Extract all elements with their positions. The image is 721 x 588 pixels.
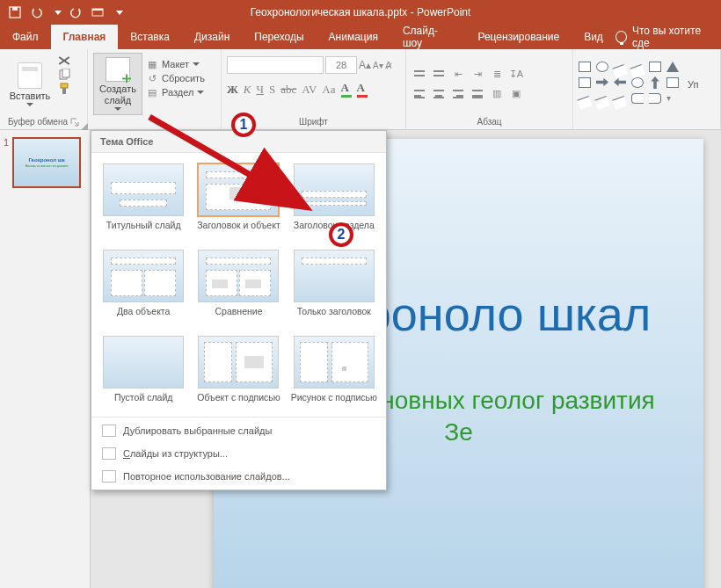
paste-dropdown-icon[interactable] (26, 103, 33, 106)
grow-font-icon[interactable]: A▴ (359, 59, 371, 71)
line-spacing-button[interactable]: ≣ (489, 67, 505, 83)
thumbnail-1[interactable]: 1 Геохронол шк Восемь основных гео разви… (4, 137, 86, 188)
layout-title-slide[interactable]: Титульный слайд (100, 163, 186, 241)
paste-label: Вставить (10, 91, 51, 101)
inc-indent-button[interactable]: ⇥ (470, 67, 485, 83)
undo-icon[interactable] (30, 6, 42, 18)
clipboard-dialog-launcher[interactable] (70, 118, 79, 127)
shape-curve[interactable] (577, 95, 592, 109)
section-icon: ▤ (146, 86, 158, 98)
shape-rect4[interactable] (666, 77, 679, 88)
font-group-label: Шрифт (299, 117, 328, 127)
layout-two-content[interactable]: Два объекта (100, 250, 186, 327)
reset-icon: ↺ (146, 72, 158, 84)
align-right-button[interactable] (450, 86, 466, 102)
copy-icon[interactable] (58, 69, 70, 81)
layout-content-caption[interactable]: Объект с подписью (195, 336, 281, 413)
shape-rectangle[interactable] (579, 62, 591, 72)
duplicate-icon (102, 425, 116, 437)
tell-me[interactable]: Что вы хотите сде (615, 25, 721, 49)
tab-file[interactable]: Файл (0, 25, 51, 49)
annotation-callout-2: 2 (329, 222, 353, 247)
slides-from-outline-item[interactable]: Слайды Слайды из структуры...из структур… (91, 442, 386, 465)
strike-button[interactable]: abc (280, 83, 296, 97)
highlight-button[interactable]: A (341, 81, 352, 98)
tab-review[interactable]: Рецензирование (465, 25, 572, 49)
layout-picture-caption[interactable]: Рисунок с подписью (291, 336, 377, 413)
shape-brace[interactable] (631, 93, 644, 104)
svg-rect-6 (61, 83, 68, 88)
tab-transitions[interactable]: Переходы (242, 25, 316, 49)
layout-icon: ▦ (146, 58, 158, 70)
section-button[interactable]: ▤Раздел (146, 86, 205, 98)
qat-customize-icon[interactable] (116, 11, 123, 15)
cut-icon[interactable] (58, 54, 70, 67)
tab-design[interactable]: Дизайн (182, 25, 242, 49)
layout-title-only[interactable]: Только заголовок (291, 250, 377, 327)
shape-arrow[interactable] (596, 77, 608, 88)
bullets-button[interactable] (411, 67, 427, 83)
tab-slideshow[interactable]: Слайд-шоу (390, 25, 466, 49)
start-from-beginning-icon[interactable] (91, 6, 104, 18)
font-color-button[interactable]: A (357, 81, 368, 98)
new-slide-button[interactable]: Создать слайд (93, 53, 142, 115)
spacing-button[interactable]: AV (302, 83, 317, 97)
shape-oval[interactable] (596, 62, 608, 72)
font-family-combo[interactable] (227, 56, 324, 74)
italic-button[interactable]: К (244, 83, 251, 97)
reuse-slides-item[interactable]: Повторное использование слайдов... (91, 465, 386, 488)
columns-button[interactable]: ▥ (489, 86, 505, 102)
shape-arrow2[interactable] (614, 77, 626, 88)
font-size-combo[interactable]: 28 (325, 56, 357, 74)
layout-comparison[interactable]: Сравнение (195, 250, 281, 327)
undo-dropdown-icon[interactable] (55, 11, 62, 15)
clear-format-icon[interactable]: A̷ (385, 60, 392, 71)
shape-arrow3[interactable] (650, 76, 660, 89)
format-painter-icon[interactable] (58, 83, 70, 95)
redo-icon[interactable] (70, 6, 83, 18)
shape-curve3[interactable] (612, 95, 627, 109)
layout-button[interactable]: ▦Макет (146, 58, 205, 70)
paste-button[interactable]: Вставить (5, 53, 55, 115)
slide-thumbnails-panel: 1 Геохронол шк Восемь основных гео разви… (0, 130, 91, 588)
shapes-more[interactable]: ▾ (666, 93, 679, 107)
shadow-button[interactable]: S (269, 83, 275, 97)
align-center-button[interactable] (431, 86, 447, 102)
paragraph-group-label: Абзац (477, 117, 501, 127)
shape-rect3[interactable] (579, 77, 591, 88)
shape-oval2[interactable] (631, 77, 644, 88)
thumbnail-number: 1 (4, 137, 9, 188)
ribbon: Вставить Буфер обмена Создать слайд ▦Мак… (0, 49, 721, 130)
shape-line2[interactable] (630, 63, 645, 77)
duplicate-slides-item[interactable]: Дублировать выбранные слайды (91, 419, 386, 442)
tab-home[interactable]: Главная (51, 25, 119, 49)
reuse-icon (102, 470, 116, 483)
new-slide-icon (106, 57, 130, 82)
svg-rect-1 (12, 7, 18, 11)
layout-blank[interactable]: Пустой слайд (100, 336, 186, 413)
save-icon[interactable] (9, 6, 21, 18)
shape-curve2[interactable] (594, 95, 609, 109)
numbering-button[interactable] (431, 67, 447, 83)
smartart-button[interactable]: ▣ (508, 86, 524, 102)
shape-rectangle2[interactable] (649, 62, 661, 72)
new-slide-dropdown-icon[interactable] (114, 107, 121, 111)
layout-title-and-content[interactable]: Заголовок и объект (195, 163, 281, 241)
reset-button[interactable]: ↺Сбросить (146, 72, 205, 84)
align-left-button[interactable] (411, 86, 427, 102)
underline-button[interactable]: Ч (257, 83, 264, 97)
shape-brace2[interactable] (649, 93, 661, 104)
change-case-button[interactable]: Aa (322, 83, 335, 97)
shape-triangle[interactable] (666, 62, 679, 72)
arrange-button[interactable]: Уп (688, 79, 698, 90)
shape-line[interactable] (612, 63, 627, 77)
dec-indent-button[interactable]: ⇤ (450, 67, 466, 83)
tab-animation[interactable]: Анимация (317, 25, 390, 49)
tab-insert[interactable]: Вставка (118, 25, 182, 49)
svg-rect-5 (62, 69, 69, 77)
bold-button[interactable]: Ж (227, 83, 238, 97)
shrink-font-icon[interactable]: A▾ (373, 61, 383, 70)
align-justify-button[interactable] (470, 86, 485, 102)
tab-view[interactable]: Вид (572, 25, 615, 49)
text-direction-button[interactable]: ↧A (508, 67, 524, 83)
